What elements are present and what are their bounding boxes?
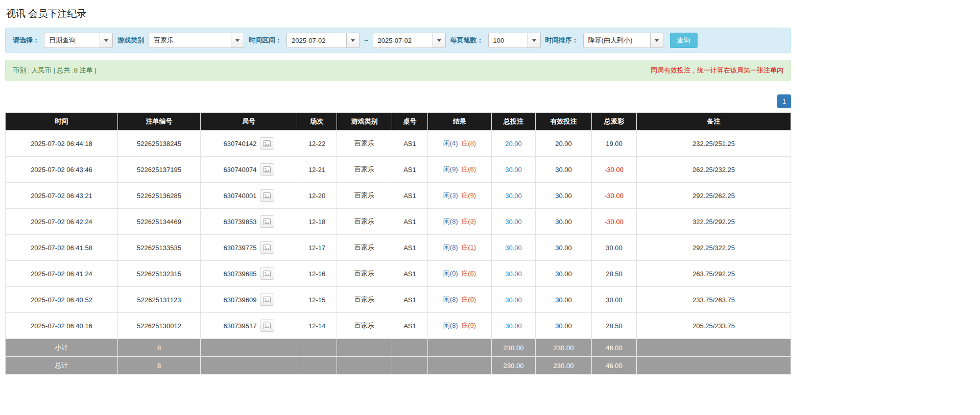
cell-note: 322.25/292.25 — [637, 209, 791, 235]
view-video-button[interactable] — [260, 241, 274, 254]
cell-result: 闲(3) 庄(9) — [428, 183, 492, 209]
sort-order-dropdown-button[interactable] — [651, 33, 663, 48]
bet-record-row: 2025-07-02 06:41:58 522625133535 6307397… — [6, 235, 791, 261]
bet-records-table: 时间 注单编号 局号 场次 游戏类别 桌号 结果 总投注 有效投注 总派彩 备注… — [5, 112, 791, 375]
caret-down-icon — [437, 39, 441, 42]
col-header-note: 备注 — [637, 113, 791, 131]
cell-time: 2025-07-02 06:41:58 — [6, 235, 118, 261]
sort-order-combobox — [583, 33, 663, 48]
empty-cell — [201, 357, 297, 375]
cell-payout: 28.50 — [592, 313, 637, 339]
pagination-page-1[interactable]: 1 — [777, 94, 791, 108]
page-root: 视讯 会员下注纪录 请选择： 游戏类别 时间区间： ~ 每页笔数： 时间排序： — [0, 0, 791, 375]
query-type-dropdown-button[interactable] — [100, 33, 113, 48]
view-video-button[interactable] — [260, 189, 274, 202]
cell-note: 205.25/233.75 — [637, 313, 791, 339]
subtotal-row: 小计 8 230.00 230.00 46.00 — [6, 339, 791, 357]
result-player: 闲(8) — [443, 296, 458, 303]
date-to-input[interactable] — [373, 33, 433, 48]
sort-order-input[interactable] — [583, 33, 651, 48]
total-bet-link[interactable]: 30.00 — [505, 322, 522, 330]
image-icon — [263, 245, 271, 251]
bet-record-row: 2025-07-02 06:40:16 522625130012 6307395… — [6, 313, 791, 339]
total-bet-link[interactable]: 30.00 — [505, 244, 522, 252]
result-banker: 庄(6) — [461, 270, 476, 277]
cell-bet-id: 522625138245 — [118, 131, 201, 157]
bet-record-row: 2025-07-02 06:43:46 522625137195 6307400… — [6, 157, 791, 183]
cell-session: 12-20 — [297, 183, 337, 209]
game-type-dropdown-button[interactable] — [231, 33, 244, 48]
total-bet-link[interactable]: 30.00 — [505, 270, 522, 278]
image-icon — [263, 192, 271, 199]
date-range-separator: ~ — [364, 37, 368, 44]
view-video-button[interactable] — [260, 267, 274, 280]
empty-cell — [428, 357, 492, 375]
cell-note: 262.25/232.25 — [637, 157, 791, 183]
col-header-payout: 总派彩 — [592, 113, 637, 131]
view-video-button[interactable] — [260, 163, 274, 176]
cell-payout: 30.00 — [592, 287, 637, 313]
date-to-combobox — [373, 33, 446, 48]
pagination: 1 — [5, 94, 791, 108]
date-to-dropdown-button[interactable] — [433, 33, 446, 48]
total-bet-link[interactable]: 30.00 — [505, 296, 522, 304]
cell-game-type: 百家乐 — [337, 287, 392, 313]
cell-table-no: AS1 — [392, 209, 428, 235]
cell-round: 630739609 — [201, 287, 297, 313]
caret-down-icon — [532, 39, 536, 42]
page-size-input[interactable] — [488, 33, 528, 48]
total-bet-link[interactable]: 30.00 — [505, 218, 522, 226]
cell-total-bet: 30.00 — [492, 183, 536, 209]
cell-total-bet: 30.00 — [492, 287, 536, 313]
result-banker: 庄(6) — [461, 165, 476, 173]
view-video-button[interactable] — [260, 137, 274, 150]
total-bet-link[interactable]: 30.00 — [505, 192, 522, 200]
cell-bet-id: 522625134469 — [118, 209, 201, 235]
image-icon — [263, 271, 271, 277]
cell-note: 292.25/322.25 — [637, 235, 791, 261]
result-banker: 庄(9) — [461, 191, 476, 199]
cell-result: 闲(8) 庄(1) — [428, 235, 492, 261]
total-bet-link[interactable]: 30.00 — [505, 166, 522, 174]
total-label: 总计 — [6, 357, 118, 375]
cell-payout: -30.00 — [592, 157, 637, 183]
cell-valid-bet: 30.00 — [536, 209, 592, 235]
cell-valid-bet: 30.00 — [536, 183, 592, 209]
table-header-row: 时间 注单编号 局号 场次 游戏类别 桌号 结果 总投注 有效投注 总派彩 备注 — [6, 113, 791, 131]
cell-total-bet: 30.00 — [492, 209, 536, 235]
col-header-total-bet: 总投注 — [492, 113, 536, 131]
result-player: 闲(8) — [443, 217, 458, 225]
page-size-combobox — [488, 33, 541, 48]
result-banker: 庄(9) — [461, 322, 476, 329]
cell-round: 630739853 — [201, 209, 297, 235]
view-video-button[interactable] — [260, 320, 274, 332]
date-from-input[interactable] — [286, 33, 347, 48]
cell-session: 12-21 — [297, 157, 337, 183]
col-header-table-no: 桌号 — [392, 113, 428, 131]
game-type-input[interactable] — [149, 33, 231, 48]
table-body: 2025-07-02 06:44:18 522625138245 6307401… — [6, 131, 791, 339]
total-bet-link[interactable]: 20.00 — [505, 140, 522, 148]
empty-cell — [297, 339, 337, 357]
query-type-input[interactable] — [44, 33, 100, 48]
view-video-button[interactable] — [260, 294, 274, 306]
cell-note: 292.25/262.25 — [637, 183, 791, 209]
cell-total-bet: 30.00 — [492, 261, 536, 287]
query-type-combobox — [44, 33, 113, 48]
cell-table-no: AS1 — [392, 235, 428, 261]
date-from-dropdown-button[interactable] — [347, 33, 360, 48]
caret-down-icon — [655, 39, 659, 42]
cell-note: 232.25/251.25 — [637, 131, 791, 157]
cell-round: 630739517 — [201, 313, 297, 339]
view-video-button[interactable] — [260, 215, 274, 228]
page-size-dropdown-button[interactable] — [528, 33, 541, 48]
cell-payout: 30.00 — [592, 235, 637, 261]
cell-payout: -30.00 — [592, 209, 637, 235]
cell-game-type: 百家乐 — [337, 183, 392, 209]
search-button[interactable]: 查询 — [670, 33, 698, 48]
cell-session: 12-22 — [297, 131, 337, 157]
image-icon — [263, 166, 271, 173]
cell-game-type: 百家乐 — [337, 261, 392, 287]
result-player: 闲(3) — [443, 191, 458, 199]
cell-session: 12-16 — [297, 261, 337, 287]
